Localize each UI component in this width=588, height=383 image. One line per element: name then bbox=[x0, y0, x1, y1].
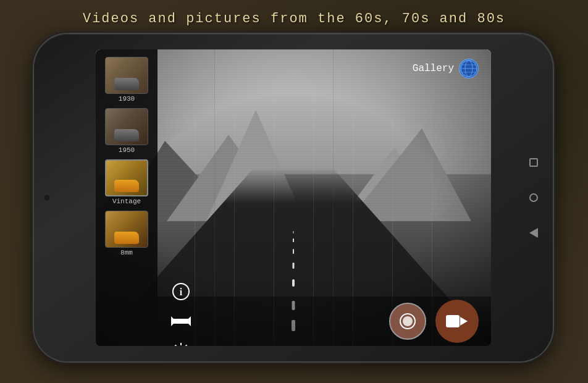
filter-1930[interactable]: 1930 bbox=[104, 56, 149, 104]
svg-line-17 bbox=[185, 345, 187, 347]
filter-thumb-vintage bbox=[105, 159, 148, 196]
phone-left-side bbox=[43, 194, 51, 201]
info-button[interactable]: i bbox=[170, 280, 192, 303]
road-dash-6 bbox=[293, 238, 294, 242]
settings-button[interactable] bbox=[170, 340, 192, 346]
svg-line-15 bbox=[175, 345, 177, 347]
road-dash-7 bbox=[293, 231, 294, 234]
filter-thumb-8mm bbox=[105, 211, 148, 248]
filter-8mm[interactable]: 8mm bbox=[104, 209, 149, 258]
svg-marker-9 bbox=[186, 316, 191, 326]
car-thumb-8mm bbox=[114, 232, 139, 244]
filter-vintage[interactable]: Vintage bbox=[104, 158, 149, 206]
car-thumb-1950 bbox=[114, 129, 139, 141]
video-button[interactable] bbox=[435, 300, 479, 343]
filter-label-vintage: Vintage bbox=[112, 198, 141, 205]
phone-speaker bbox=[43, 194, 51, 201]
filter-panel: 1930 1950 Vintage 8mm bbox=[96, 49, 158, 346]
android-nav-buttons bbox=[527, 156, 540, 240]
back-icon bbox=[529, 228, 538, 238]
road-dash-4 bbox=[293, 263, 295, 269]
phone-screen: Gallery 1930 bbox=[96, 49, 491, 346]
flip-camera-button[interactable] bbox=[170, 310, 192, 332]
left-icon-controls: i bbox=[164, 280, 192, 346]
svg-point-20 bbox=[403, 316, 413, 326]
filter-thumb-1930 bbox=[105, 57, 148, 94]
back-button[interactable] bbox=[527, 226, 540, 240]
car-thumb-1930 bbox=[114, 78, 139, 90]
recent-apps-button[interactable] bbox=[527, 156, 540, 169]
filter-label-1950: 1950 bbox=[119, 146, 135, 154]
photo-button[interactable] bbox=[389, 303, 426, 340]
recent-apps-icon bbox=[529, 158, 538, 167]
filter-thumb-1950 bbox=[105, 108, 148, 145]
home-icon bbox=[529, 193, 538, 202]
app-title: Videos and pictures from the 60s, 70s an… bbox=[0, 11, 588, 27]
svg-marker-8 bbox=[171, 316, 176, 326]
filter-1950[interactable]: 1950 bbox=[104, 107, 149, 155]
gallery-button[interactable]: Gallery bbox=[413, 59, 479, 78]
filter-label-8mm: 8mm bbox=[120, 249, 133, 256]
bottom-controls: i bbox=[158, 297, 491, 346]
filter-label-1930: 1930 bbox=[119, 95, 135, 103]
svg-text:i: i bbox=[180, 287, 183, 297]
road-dash-3 bbox=[292, 279, 295, 287]
globe-icon bbox=[459, 59, 479, 78]
phone-body: Gallery 1930 bbox=[34, 34, 553, 361]
car-thumb-vintage bbox=[114, 180, 139, 192]
svg-rect-21 bbox=[446, 315, 460, 327]
capture-controls bbox=[389, 300, 479, 343]
road-dash-5 bbox=[293, 249, 294, 254]
gallery-label: Gallery bbox=[413, 63, 454, 74]
home-button[interactable] bbox=[527, 191, 540, 204]
svg-marker-22 bbox=[460, 317, 468, 326]
